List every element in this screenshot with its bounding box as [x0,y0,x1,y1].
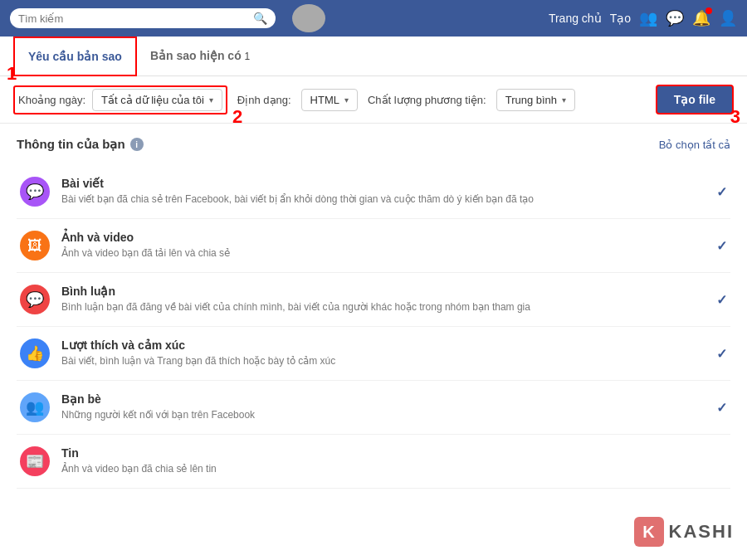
navbar: 🔍 Trang chủ Tạo 👥 💬 🔔 👤 [0,0,747,37]
info-icon: i [130,138,144,151]
item-check-icon: ✓ [716,346,727,362]
nav-icon-chat[interactable]: 💬 [666,9,684,27]
watermark-brand: KASHI [669,521,734,543]
item-text: Bài viếtBài viết bạn đã chia sẻ trên Fac… [61,177,705,207]
item-icon: 👥 [20,392,50,422]
item-text: Bạn bèNhững người kết nối với bạn trên F… [61,392,705,422]
item-icon: 🖼 [20,231,50,261]
item-title: Tin [61,446,727,460]
annotation-1: 1 [7,63,17,85]
quality-label: Chất lượng phương tiện: [368,94,486,106]
nav-icon-bell[interactable]: 🔔 [692,9,710,27]
chevron-down-icon-2: ▾ [344,95,349,105]
create-file-button[interactable]: Tạo file [656,85,734,114]
item-check-icon: ✓ [716,184,727,200]
chevron-down-icon: ▾ [209,95,213,105]
list-item: 💬Bình luậnBình luận bạn đã đăng về bài v… [17,273,730,327]
notification-badge [706,7,712,14]
item-desc: Bình luận bạn đã đăng về bài viết của ch… [61,300,705,314]
item-check-icon: ✓ [716,292,727,308]
search-input[interactable] [18,12,248,25]
section-header: Thông tin của bạn i Bỏ chọn tất cả [17,137,730,152]
item-desc: Bài viết bạn đã chia sẻ trên Facebook, b… [61,192,705,207]
annotation-2: 2 [232,106,242,128]
list-item: 📰TinẢnh và video bạn đã chia sẻ lên tin [17,435,730,489]
items-list: 💬Bài viếtBài viết bạn đã chia sẻ trên Fa… [17,165,730,489]
nav-link-create[interactable]: Tạo [610,12,631,25]
item-icon: 📰 [20,446,50,476]
search-button[interactable]: 🔍 [253,12,267,25]
tab-badge: 1 [245,51,251,62]
item-title: Ảnh và video [61,231,705,244]
item-text: Bình luậnBình luận bạn đã đăng về bài vi… [61,285,705,314]
item-desc: Ảnh và video bạn đã tải lên và chia sẻ [61,246,705,261]
list-item: 💬Bài viếtBài viết bạn đã chia sẻ trên Fa… [17,165,730,219]
deselect-all-link[interactable]: Bỏ chọn tất cả [659,139,730,151]
section-title: Thông tin của bạn i [17,137,144,152]
filter-bar: Khoảng ngày: Tất cả dữ liệu của tôi ▾ Đị… [0,76,747,124]
watermark-k: K [634,517,664,547]
item-title: Bài viết [61,177,705,190]
info-section: Thông tin của bạn i Bỏ chọn tất cả 💬Bài … [0,124,747,489]
date-dropdown[interactable]: Tất cả dữ liệu của tôi ▾ [92,89,222,111]
nav-link-home[interactable]: Trang chủ [549,12,602,25]
item-desc: Ảnh và video bạn đã chia sẻ lên tin [61,462,727,476]
tab-existing-copy[interactable]: Bản sao hiện có 1 [137,37,263,75]
item-check-icon: ✓ [716,238,727,254]
format-label: Định dạng: [237,94,291,106]
item-desc: Bài viết, bình luận và Trang bạn đã thíc… [61,354,705,368]
item-text: Lượt thích và cảm xúcBài viết, bình luận… [61,338,705,368]
page-wrapper: 1 2 3 🔍 Trang chủ Tạo 👥 💬 🔔 👤 Yêu cầu bả… [0,0,747,560]
search-bar[interactable]: 🔍 [10,8,276,28]
date-filter-group: Khoảng ngày: Tất cả dữ liệu của tôi ▾ [13,85,227,114]
item-desc: Những người kết nối với bạn trên Faceboo… [61,408,705,422]
item-check-icon: ✓ [716,400,727,416]
watermark: K KASHI [634,517,734,547]
nav-actions: Trang chủ Tạo 👥 💬 🔔 👤 [549,9,737,27]
list-item: 👍Lượt thích và cảm xúcBài viết, bình luậ… [17,327,730,381]
annotation-3: 3 [730,106,740,128]
date-label: Khoảng ngày: [18,94,85,106]
item-title: Bạn bè [61,392,705,406]
item-icon: 👍 [20,338,50,368]
item-text: Ảnh và videoẢnh và video bạn đã tải lên … [61,231,705,261]
format-dropdown[interactable]: HTML ▾ [301,89,358,111]
nav-icon-person[interactable]: 👤 [719,9,737,27]
avatar [292,4,325,32]
nav-icon-people[interactable]: 👥 [639,9,657,27]
tabs-area: Yêu cầu bản sao Bản sao hiện có 1 [0,37,747,76]
list-item: 👥Bạn bèNhững người kết nối với bạn trên … [17,381,730,435]
chevron-down-icon-3: ▾ [562,95,566,105]
item-text: TinẢnh và video bạn đã chia sẻ lên tin [61,446,727,476]
item-title: Lượt thích và cảm xúc [61,338,705,352]
quality-dropdown[interactable]: Trung bình ▾ [496,89,575,111]
list-item: 🖼Ảnh và videoẢnh và video bạn đã tải lên… [17,219,730,273]
item-icon: 💬 [20,285,50,314]
tab-request-copy[interactable]: Yêu cầu bản sao [13,37,137,76]
item-title: Bình luận [61,285,705,298]
item-icon: 💬 [20,177,50,207]
